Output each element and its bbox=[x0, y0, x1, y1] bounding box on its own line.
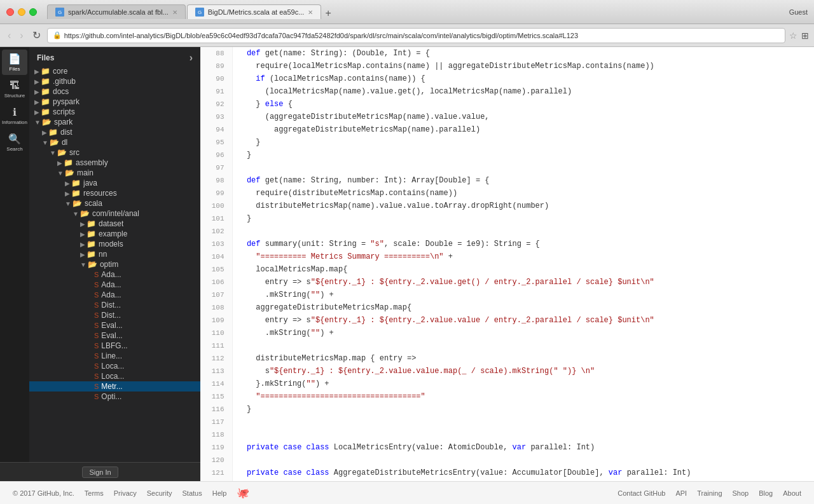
bookmark-button[interactable]: ☆ bbox=[789, 31, 797, 41]
tree-label-pyspark: pyspark bbox=[53, 97, 79, 106]
tree-file-metrics[interactable]: ▶ S Metr... bbox=[29, 381, 200, 392]
panel-collapse-button[interactable]: › bbox=[190, 52, 193, 64]
tree-file-opti[interactable]: ▶ S Opti... bbox=[29, 392, 200, 402]
tree-item-models[interactable]: ▶ 📁 models bbox=[29, 239, 200, 249]
tree-item-dl[interactable]: ▼ 📂 dl bbox=[29, 137, 200, 147]
footer-link-blog[interactable]: Blog bbox=[759, 489, 773, 497]
tab-1[interactable]: G spark/Accumulable.scala at fbl... ✕ bbox=[47, 4, 186, 19]
sign-in-button[interactable]: Sign In bbox=[82, 467, 118, 478]
tree-item-scala[interactable]: ▼ 📂 scala bbox=[29, 198, 200, 208]
footer-right: Contact GitHub API Training Shop Blog Ab… bbox=[617, 489, 801, 497]
line-number: 119 bbox=[200, 441, 232, 454]
tree-file-loca2[interactable]: ▶ S Loca... bbox=[29, 371, 200, 381]
file-label-loca1: Loca... bbox=[101, 362, 124, 371]
footer-link-terms[interactable]: Terms bbox=[85, 489, 104, 497]
footer-link-training[interactable]: Training bbox=[697, 489, 722, 497]
tree-item-main[interactable]: ▼ 📂 main bbox=[29, 168, 200, 178]
tree-item-java[interactable]: ▶ 📁 java bbox=[29, 178, 200, 188]
tab-2[interactable]: G BigDL/Metrics.scala at ea59c... ✕ bbox=[187, 4, 322, 19]
minimize-button[interactable] bbox=[18, 8, 25, 16]
scala-file-icon: S bbox=[94, 271, 99, 278]
tree-item-assembly[interactable]: ▶ 📁 assembly bbox=[29, 158, 200, 168]
rail-information[interactable]: ℹ Information bbox=[2, 103, 27, 128]
extension-button[interactable]: ⊞ bbox=[801, 31, 809, 41]
tree-item-dataset[interactable]: ▶ 📁 dataset bbox=[29, 219, 200, 229]
code-area[interactable]: 88 def get(name: String): (Double, Int) … bbox=[200, 47, 814, 481]
rail-search[interactable]: 🔍 Search bbox=[2, 130, 27, 155]
tree-item-src[interactable]: ▼ 📂 src bbox=[29, 147, 200, 158]
table-row: 107 .mkString("") + bbox=[200, 289, 814, 301]
table-row: 101 } bbox=[200, 212, 814, 225]
table-row: 98 def get(name: String, number: Int): A… bbox=[200, 174, 814, 187]
tree-item-scripts[interactable]: ▶ 📁 scripts bbox=[29, 107, 200, 117]
tree-item-com-intel[interactable]: ▼ 📂 com/intel/anal bbox=[29, 208, 200, 219]
tree-item-spark[interactable]: ▼ 📂 spark bbox=[29, 117, 200, 127]
footer-link-shop[interactable]: Shop bbox=[733, 489, 749, 497]
footer-link-about[interactable]: About bbox=[783, 489, 801, 497]
new-tab-button[interactable]: + bbox=[325, 8, 331, 19]
tree-item-pyspark[interactable]: ▶ 📁 pyspark bbox=[29, 97, 200, 107]
tree-file-eval1[interactable]: ▶ S Eval... bbox=[29, 320, 200, 330]
chevron-icon: ▶ bbox=[34, 78, 39, 85]
svg-text:G: G bbox=[198, 10, 202, 15]
tree-file-dist2[interactable]: ▶ S Dist... bbox=[29, 310, 200, 320]
tree-file-eval2[interactable]: ▶ S Eval... bbox=[29, 330, 200, 341]
tree-item-github[interactable]: ▶ 📁 .github bbox=[29, 76, 200, 86]
table-row: 108 aggregateDistributeMetricsMap.map{ bbox=[200, 301, 814, 314]
tree-item-resources[interactable]: ▶ 📁 resources bbox=[29, 188, 200, 198]
table-row: 114 }.mkString("") + bbox=[200, 378, 814, 390]
folder-icon: 📂 bbox=[80, 209, 90, 218]
file-label-eval1: Eval... bbox=[101, 321, 122, 330]
table-row: 95 } bbox=[200, 136, 814, 149]
footer-link-help[interactable]: Help bbox=[212, 489, 227, 497]
tree-file-lbfg[interactable]: ▶ S LBFG... bbox=[29, 341, 200, 351]
line-number: 116 bbox=[200, 403, 232, 416]
line-number: 102 bbox=[200, 225, 232, 238]
footer-link-status[interactable]: Status bbox=[183, 489, 202, 497]
address-bar[interactable]: 🔒 https://github.com/intel-analytics/Big… bbox=[47, 28, 785, 43]
chevron-icon: ▶ bbox=[34, 88, 39, 95]
scala-file-icon: S bbox=[94, 372, 99, 380]
tree-item-docs[interactable]: ▶ 📁 docs bbox=[29, 86, 200, 97]
footer-link-privacy[interactable]: Privacy bbox=[114, 489, 137, 497]
close-button[interactable] bbox=[6, 8, 14, 16]
maximize-button[interactable] bbox=[29, 8, 37, 16]
tab-favicon-2: G bbox=[195, 8, 204, 17]
chevron-icon: ▼ bbox=[42, 139, 48, 146]
tree-label-core: core bbox=[53, 67, 67, 76]
tree-item-nn[interactable]: ▶ 📁 nn bbox=[29, 249, 200, 259]
reload-button[interactable]: ↻ bbox=[30, 28, 43, 43]
tree-item-dist[interactable]: ▶ 📁 dist bbox=[29, 127, 200, 137]
tree-file-ada3[interactable]: ▶ S Ada... bbox=[29, 290, 200, 300]
line-number: 108 bbox=[200, 301, 232, 314]
forward-button[interactable]: › bbox=[17, 29, 25, 43]
rail-structure[interactable]: 🏗 Structure bbox=[2, 76, 27, 102]
table-row: 106 entry => s"${entry._1} : ${entry._2.… bbox=[200, 276, 814, 289]
tree-file-dist1[interactable]: ▶ S Dist... bbox=[29, 300, 200, 310]
line-code: } bbox=[232, 149, 814, 161]
line-number: 106 bbox=[200, 276, 232, 289]
tab-close-1[interactable]: ✕ bbox=[172, 9, 177, 16]
line-number: 120 bbox=[200, 454, 232, 467]
scala-file-icon: S bbox=[94, 311, 99, 319]
footer-link-security[interactable]: Security bbox=[147, 489, 172, 497]
tree-file-ada1[interactable]: ▶ S Ada... bbox=[29, 269, 200, 280]
tree-file-line[interactable]: ▶ S Line... bbox=[29, 351, 200, 361]
table-row: 90 if (localMetricsMap.contains(name)) { bbox=[200, 72, 814, 85]
tree-item-optim[interactable]: ▼ 📂 optim bbox=[29, 259, 200, 269]
tree-file-loca1[interactable]: ▶ S Loca... bbox=[29, 361, 200, 371]
file-label-opti: Opti... bbox=[101, 392, 121, 401]
footer-link-api[interactable]: API bbox=[675, 489, 687, 497]
folder-icon: 📁 bbox=[41, 97, 50, 106]
footer-link-contact[interactable]: Contact GitHub bbox=[617, 489, 665, 497]
rail-files[interactable]: 📄 Files bbox=[2, 50, 27, 75]
tree-file-ada2[interactable]: ▶ S Ada... bbox=[29, 280, 200, 290]
line-number: 99 bbox=[200, 187, 232, 200]
structure-icon: 🏗 bbox=[10, 80, 20, 92]
tree-item-core[interactable]: ▶ 📁 core bbox=[29, 66, 200, 76]
scala-file-icon: S bbox=[94, 383, 99, 390]
back-button[interactable]: ‹ bbox=[5, 29, 13, 43]
table-row: 119 private case class LocalMetricsEntry… bbox=[200, 441, 814, 454]
tree-item-example[interactable]: ▶ 📁 example bbox=[29, 229, 200, 239]
tab-close-2[interactable]: ✕ bbox=[308, 9, 313, 16]
